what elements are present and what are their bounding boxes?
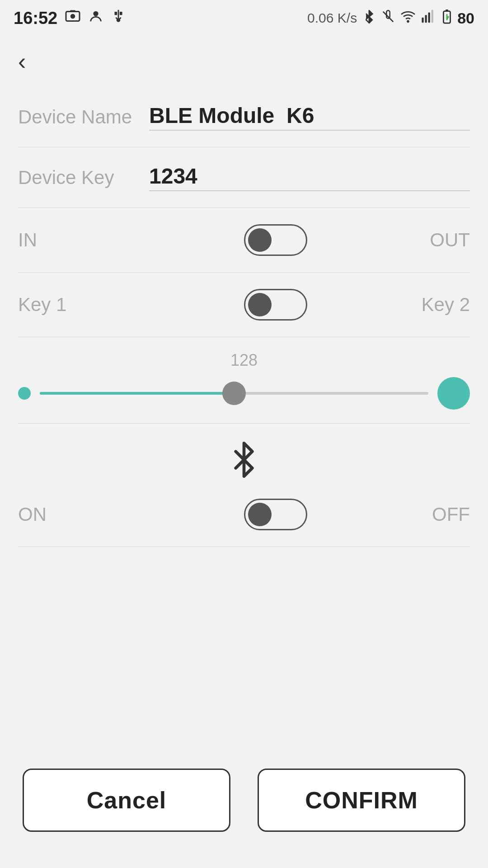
key1-label: Key 1 <box>18 294 136 316</box>
svg-line-5 <box>383 12 394 22</box>
on-off-toggle-container <box>136 499 416 530</box>
back-arrow-icon: ‹ <box>18 50 26 73</box>
slider-thumb[interactable] <box>222 382 246 405</box>
off-label: OFF <box>416 504 470 525</box>
device-key-value-wrapper <box>136 164 470 191</box>
slider-max-dot <box>437 377 470 410</box>
speed-label: 0.06 K/s <box>307 10 357 26</box>
key1-key2-toggle-container <box>136 289 416 321</box>
bluetooth-icon <box>226 442 262 478</box>
confirm-button[interactable]: CONFIRM <box>258 769 465 832</box>
on-label: ON <box>18 504 136 525</box>
key2-label: Key 2 <box>416 294 470 316</box>
battery-level: 80 <box>457 9 474 27</box>
back-button[interactable]: ‹ <box>0 36 488 78</box>
bluetooth-section <box>18 424 470 482</box>
svg-point-3 <box>94 11 99 16</box>
wifi-icon <box>400 9 416 28</box>
cancel-button[interactable]: Cancel <box>23 769 230 832</box>
in-out-toggle-container <box>136 224 416 256</box>
slider-min-dot <box>18 387 31 400</box>
svg-rect-7 <box>422 17 424 22</box>
device-name-row: Device Name <box>18 87 470 147</box>
key1-key2-row: Key 1 Key 2 <box>18 273 470 337</box>
signal-icon <box>421 9 436 28</box>
person-icon <box>88 9 103 28</box>
status-time: 16:52 <box>14 9 57 28</box>
svg-rect-8 <box>425 15 427 23</box>
key1-key2-toggle-knob <box>248 293 272 316</box>
svg-rect-10 <box>432 9 433 22</box>
main-content: Device Name Device Key IN OUT Key 1 <box>0 78 488 741</box>
bottom-buttons: Cancel CONFIRM <box>0 741 488 868</box>
svg-point-6 <box>408 20 409 22</box>
on-off-toggle-track <box>244 499 307 530</box>
in-out-row: IN OUT <box>18 208 470 273</box>
slider-row <box>18 377 470 410</box>
in-out-toggle-track <box>244 224 307 256</box>
status-left: 16:52 <box>14 8 126 28</box>
device-name-value-wrapper <box>136 103 470 131</box>
svg-rect-12 <box>446 9 448 11</box>
slider-track-wrapper[interactable] <box>40 391 428 396</box>
device-name-input[interactable] <box>149 103 470 131</box>
status-bar: 16:52 0.06 K/s 80 <box>0 0 488 36</box>
svg-rect-9 <box>428 12 430 23</box>
in-out-toggle-knob <box>248 228 272 252</box>
svg-rect-2 <box>70 10 75 12</box>
svg-point-4 <box>117 19 120 21</box>
usb-icon <box>111 9 126 28</box>
device-name-label: Device Name <box>18 106 136 128</box>
out-label: OUT <box>416 229 470 251</box>
on-off-toggle-knob <box>248 503 272 526</box>
photo-icon <box>65 8 81 28</box>
mute-icon <box>381 9 395 28</box>
svg-point-1 <box>70 14 75 19</box>
key1-key2-toggle[interactable] <box>244 289 307 321</box>
status-right: 0.06 K/s 80 <box>307 9 474 28</box>
on-off-row: ON OFF <box>18 482 470 547</box>
device-key-input[interactable] <box>149 164 470 191</box>
on-off-toggle[interactable] <box>244 499 307 530</box>
in-label: IN <box>18 229 136 251</box>
in-out-toggle[interactable] <box>244 224 307 256</box>
key1-key2-toggle-track <box>244 289 307 321</box>
slider-value-label: 128 <box>18 351 470 370</box>
bluetooth-status-icon <box>362 9 376 28</box>
device-key-label: Device Key <box>18 167 136 189</box>
slider-section: 128 <box>18 337 470 424</box>
slider-track-fill <box>40 392 234 395</box>
device-key-row: Device Key <box>18 147 470 208</box>
charging-icon <box>442 9 452 28</box>
